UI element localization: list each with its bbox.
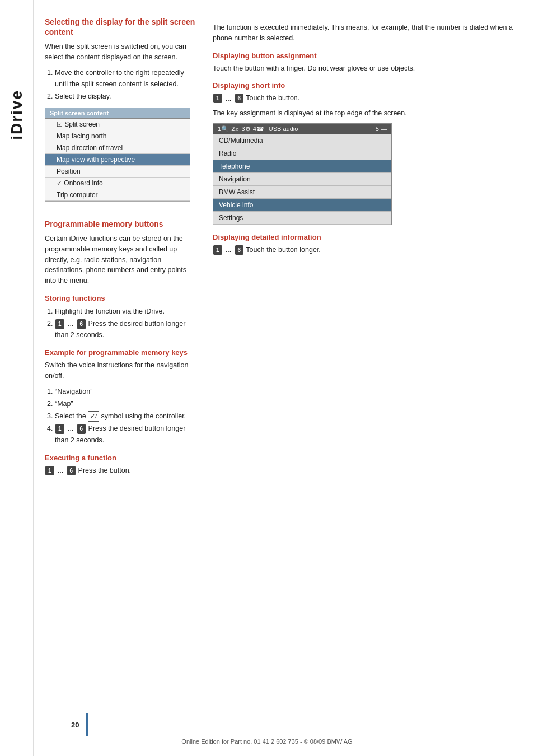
section1-step2: Select the display.	[55, 91, 196, 102]
example-step3: Select the ✓/ symbol using the controlle…	[55, 410, 196, 422]
btn-badge-6e: 6	[235, 245, 244, 255]
section1-steps: Move the controller to the right repeate…	[45, 67, 196, 102]
section2-intro: Certain iDrive functions can be stored o…	[45, 234, 196, 286]
storing-functions-heading: Storing functions	[45, 294, 196, 302]
tab-1: 1🔍	[218, 125, 229, 133]
btn-badge-6c: 6	[67, 466, 76, 475]
short-info-subtext: The key assignment is displayed at the t…	[213, 108, 523, 119]
btn-badge-6d: 6	[235, 94, 244, 103]
section1-intro: When the split screen is switched on, yo…	[45, 41, 196, 63]
menu-item-tripcomputer: Trip computer	[45, 189, 190, 201]
split-screen-menu: Split screen content ☑ Split screen Map …	[45, 108, 190, 202]
usb-item-navigation: Navigation	[213, 173, 391, 186]
page-indicator: 5 —	[376, 125, 387, 132]
btn-badge-1e: 1	[213, 245, 222, 255]
menu-item-maptravel: Map direction of travel	[45, 142, 190, 154]
right-intro-text: The function is executed immediately. Th…	[213, 22, 523, 44]
btn-assignment-text: Touch the button with a finger. Do not w…	[213, 63, 523, 74]
menu-title: Split screen content	[45, 108, 190, 119]
menu-item-mapnorth: Map facing north	[45, 130, 190, 142]
sidebar-label: iDrive	[8, 90, 26, 140]
usb-item-bmwassist: BMW Assist	[213, 186, 391, 199]
short-info-text: 1 ... 6 Touch the button.	[213, 93, 523, 104]
usb-title-bar: 1🔍 2♬ 3⚙ 4☎ USB audio 5 —	[213, 124, 391, 134]
btn-assignment-heading: Displaying button assignment	[213, 52, 523, 60]
usb-item-vehicleinfo: Vehicle info	[213, 199, 391, 212]
example-step2: “Map”	[55, 398, 196, 409]
usb-item-settings: Settings	[213, 212, 391, 225]
example-heading: Example for programmable memory keys	[45, 348, 196, 357]
footer: 20 Online Edition for Part no. 01 41 2 6…	[0, 713, 534, 745]
symbol-icon: ✓/	[88, 411, 99, 422]
storing-step2: 1 ... 6 Press the desired button longer …	[55, 318, 196, 340]
menu-item-onboard: Onboard info	[45, 178, 190, 189]
menu-item-splitscreen: ☑ Split screen	[45, 119, 190, 130]
storing-step1: Highlight the function via the iDrive.	[55, 306, 196, 317]
storing-steps: Highlight the function via the iDrive. 1…	[45, 306, 196, 340]
footer-divider	[93, 731, 463, 731]
short-info-heading: Displaying short info	[213, 81, 523, 90]
detailed-info-text: 1 ... 6 Touch the button longer.	[213, 245, 523, 255]
section2-heading: Programmable memory buttons	[45, 219, 196, 229]
tab-2: 2♬	[231, 125, 239, 132]
tab-3: 3⚙	[242, 125, 251, 133]
usb-menu: 1🔍 2♬ 3⚙ 4☎ USB audio 5 — CD/Multimedia …	[213, 123, 392, 225]
example-step4: 1 ... 6 Press the desired button longer …	[55, 423, 196, 445]
section1-step1: Move the controller to the right repeate…	[55, 67, 196, 90]
tab-4: 4☎	[253, 125, 264, 133]
usb-item-radio: Radio	[213, 147, 391, 160]
usb-item-cd: CD/Multimedia	[213, 134, 391, 147]
divider1	[45, 211, 196, 211]
example-step1: “Navigation”	[55, 386, 196, 397]
executing-text: 1 ... 6 Press the button.	[45, 465, 196, 476]
btn-badge-1b: 1	[55, 424, 64, 434]
usb-label: USB audio	[269, 125, 298, 132]
menu-item-position: Position	[45, 166, 190, 178]
footer-bar	[86, 713, 88, 736]
right-column: The function is executed immediately. Th…	[207, 11, 534, 745]
btn-badge-1c: 1	[45, 466, 54, 475]
executing-heading: Executing a function	[45, 454, 196, 462]
usb-item-telephone: Telephone	[213, 160, 391, 173]
btn-badge-6a: 6	[77, 319, 86, 329]
example-steps: “Navigation” “Map” Select the ✓/ symbol …	[45, 386, 196, 446]
left-column: Selecting the display for the split scre…	[34, 11, 207, 745]
page-number: 20	[71, 721, 79, 729]
btn-badge-6b: 6	[77, 424, 86, 434]
sidebar: iDrive	[0, 0, 34, 756]
example-intro: Switch the voice instructions for the na…	[45, 360, 196, 381]
btn-badge-1d: 1	[213, 94, 222, 103]
detailed-info-heading: Displaying detailed information	[213, 233, 523, 241]
btn-badge-1a: 1	[55, 319, 64, 329]
section1-heading: Selecting the display for the split scre…	[45, 17, 196, 37]
menu-item-mapperspective: Map view with perspective	[45, 154, 190, 166]
footer-text: Online Edition for Part no. 01 41 2 602 …	[181, 738, 352, 745]
usb-title-left: 1🔍 2♬ 3⚙ 4☎ USB audio	[218, 125, 298, 133]
